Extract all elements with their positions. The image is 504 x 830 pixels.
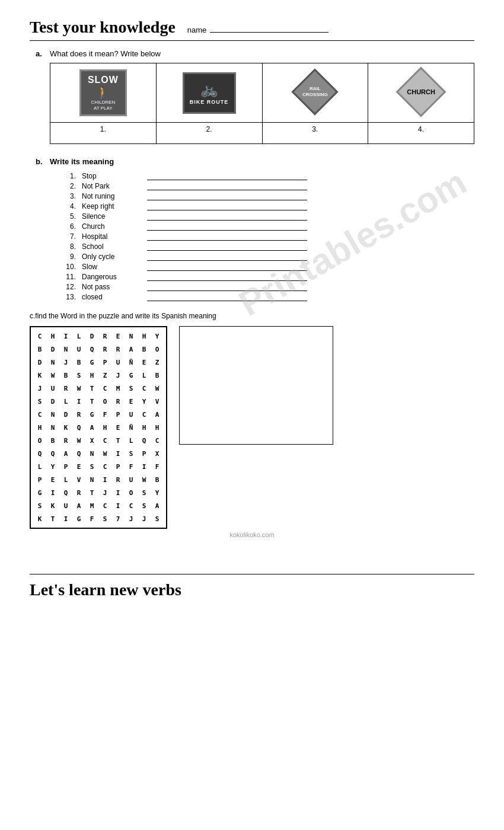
ws-cell: P	[138, 447, 151, 460]
children-text: CHILDRENAT PLAY	[86, 100, 120, 111]
meaning-input[interactable]	[147, 172, 307, 180]
ws-cell: T	[85, 382, 98, 395]
ws-cell: J	[98, 486, 111, 499]
ws-cell: X	[85, 434, 98, 447]
ws-cell: L	[59, 395, 72, 408]
meaning-input[interactable]	[147, 222, 307, 231]
ws-cell: U	[59, 499, 72, 512]
ws-cell: S	[33, 499, 46, 512]
ws-cell: A	[72, 499, 85, 512]
answer-box[interactable]	[179, 326, 333, 445]
ws-cell: G	[125, 369, 138, 382]
ws-row: DNJBGPUÑEZ	[33, 356, 164, 369]
ws-cell: I	[59, 512, 72, 525]
meaning-row: 12. Not pass	[62, 283, 474, 291]
answer-box-wrapper	[179, 326, 333, 445]
section-a: a. What does it mean? Write below SLOW 🚶…	[36, 49, 474, 146]
ws-cell: K	[33, 512, 46, 525]
meaning-list: 1. Stop 2. Not Park 3. Not runing 4. Kee…	[62, 172, 474, 301]
ws-cell: U	[125, 473, 138, 486]
meaning-word: Slow	[82, 263, 141, 271]
ws-row: KWBSHZJGLB	[33, 369, 164, 382]
meaning-input[interactable]	[147, 273, 307, 281]
ws-cell: A	[151, 499, 164, 512]
ws-cell: U	[111, 356, 125, 369]
ws-cell: C	[98, 460, 111, 473]
sign-rail: RAILCROSSING	[294, 71, 336, 113]
ws-row: OBRWXCTLQC	[33, 434, 164, 447]
meaning-input[interactable]	[147, 232, 307, 241]
ws-cell: R	[111, 395, 125, 408]
meaning-word: Not Park	[82, 182, 141, 190]
ws-cell: G	[72, 512, 85, 525]
meaning-word: Stop	[82, 172, 141, 180]
ws-cell: C	[33, 330, 46, 343]
section-c-label: c.find the Word in the puzzle and write …	[30, 312, 474, 320]
ws-cell: T	[85, 486, 98, 499]
ws-cell: Ñ	[125, 356, 138, 369]
ws-cell: Z	[151, 356, 164, 369]
ws-cell: H	[85, 369, 98, 382]
ws-cell: E	[72, 460, 85, 473]
ws-cell: P	[111, 460, 125, 473]
ws-cell: P	[98, 356, 111, 369]
ws-cell: U	[46, 382, 59, 395]
name-underline[interactable]	[210, 32, 328, 33]
signs-label-row: 1. 2. 3. 4.	[50, 123, 474, 144]
ws-cell: N	[46, 421, 59, 434]
ws-cell: G	[85, 356, 98, 369]
section-b-wrapper: b. Write its meaning 1. Stop 2. Not Park…	[36, 157, 474, 301]
ws-cell: B	[72, 356, 85, 369]
ws-cell: V	[72, 473, 85, 486]
ws-cell: N	[46, 356, 59, 369]
meaning-input[interactable]	[147, 192, 307, 200]
sign-church: CHURCH	[397, 71, 445, 113]
ws-row: JURWTCMSCW	[33, 382, 164, 395]
ws-cell: S	[151, 512, 164, 525]
meaning-input[interactable]	[147, 293, 307, 301]
ws-cell: J	[111, 369, 125, 382]
ws-cell: T	[111, 434, 125, 447]
ws-cell: W	[72, 382, 85, 395]
meaning-row: 2. Not Park	[62, 182, 474, 190]
ws-row: KTIGFS7JJS	[33, 512, 164, 525]
ws-cell: H	[33, 421, 46, 434]
ws-row: CNDRGFPUCA	[33, 408, 164, 421]
meaning-num: 3.	[62, 192, 76, 200]
ws-cell: C	[33, 408, 46, 421]
ws-cell: S	[72, 369, 85, 382]
ws-row: GIQRTJIOSY	[33, 486, 164, 499]
meaning-input[interactable]	[147, 283, 307, 291]
meaning-input[interactable]	[147, 202, 307, 210]
meaning-row: 7. Hospital	[62, 232, 474, 241]
meaning-input[interactable]	[147, 212, 307, 221]
ws-cell: E	[111, 330, 125, 343]
ws-row: PELVNIRUWB	[33, 473, 164, 486]
meaning-num: 5.	[62, 212, 76, 221]
meaning-word: Not runing	[82, 192, 141, 200]
ws-cell: C	[98, 499, 111, 512]
ws-cell: Q	[138, 434, 151, 447]
meaning-row: 5. Silence	[62, 212, 474, 221]
meaning-input[interactable]	[147, 263, 307, 271]
ws-cell: Y	[151, 486, 164, 499]
meaning-input[interactable]	[147, 182, 307, 190]
meaning-num: 7.	[62, 232, 76, 241]
ws-cell: I	[138, 460, 151, 473]
meaning-num: 6.	[62, 222, 76, 231]
ws-cell: R	[98, 343, 111, 356]
meaning-input[interactable]	[147, 242, 307, 251]
ws-cell: Q	[59, 486, 72, 499]
section-a-label: a.	[36, 49, 45, 58]
meaning-row: 8. School	[62, 242, 474, 251]
section-b-question: Write its meaning	[50, 157, 474, 166]
section-a-question: What does it mean? Write below	[50, 49, 474, 58]
ws-cell: R	[59, 382, 72, 395]
meaning-input[interactable]	[147, 253, 307, 261]
ws-cell: J	[125, 512, 138, 525]
ws-cell: D	[85, 330, 98, 343]
ws-cell: I	[111, 486, 125, 499]
meaning-row: 10. Slow	[62, 263, 474, 271]
ws-cell: I	[111, 499, 125, 512]
kokolikoko-label: kokolikoko.com	[30, 531, 474, 538]
